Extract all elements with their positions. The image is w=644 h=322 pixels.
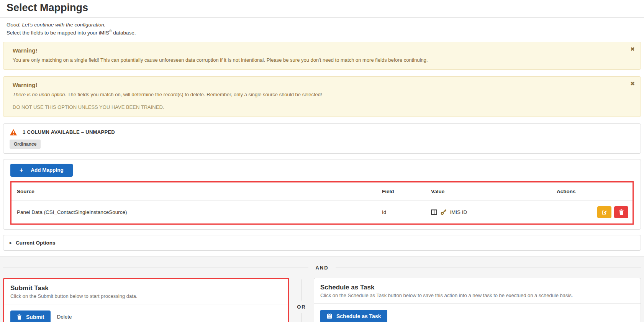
task-section: AND Submit Task Click on the Submit butt… <box>0 256 644 322</box>
submit-task-title: Submit Task <box>10 284 282 292</box>
edit-pencil-icon <box>601 209 607 215</box>
intro-text: Good. Let's continue with the configurat… <box>7 21 637 37</box>
calendar-icon <box>327 313 332 319</box>
mappings-panel: + Add Mapping Source Field Value Actions… <box>3 159 641 230</box>
mappings-table: Source Field Value Actions Panel Data (C… <box>11 182 633 223</box>
intro-line-1: Good. Let's continue with the configurat… <box>7 21 637 29</box>
warning-title: Warning! <box>13 82 625 88</box>
schedule-task-card: Schedule as Task Click on the Schedule a… <box>314 278 641 322</box>
table-header-row: Source Field Value Actions <box>11 182 633 201</box>
add-mapping-button[interactable]: + Add Mapping <box>10 164 73 177</box>
warning-title: Warning! <box>13 47 625 54</box>
schedule-task-description: Click on the Schedule as Task button bel… <box>320 292 634 298</box>
unmapped-count-label: 1 COLUMN AVAILABLE – UNMAPPED <box>23 129 115 135</box>
delete-mapping-button[interactable] <box>614 206 628 218</box>
cell-source: Panel Data (CSI_ContactSingleInstanceSou… <box>11 200 377 223</box>
cell-field: Id <box>377 200 426 223</box>
column-header-actions: Actions <box>551 182 633 201</box>
action-type-label: Delete <box>57 314 72 320</box>
plus-icon: + <box>20 167 23 173</box>
close-icon[interactable]: ✖ <box>630 81 635 86</box>
caret-right-icon: ▸ <box>10 240 12 245</box>
current-options-toggle[interactable]: ▸ Current Options <box>3 235 641 251</box>
mappings-table-highlight: Source Field Value Actions Panel Data (C… <box>10 181 634 225</box>
close-icon[interactable]: ✖ <box>630 46 635 52</box>
edit-mapping-button[interactable] <box>597 206 611 218</box>
cell-actions <box>551 200 633 223</box>
warning-text: You are only matching on a single field!… <box>13 57 625 64</box>
submit-button[interactable]: Submit <box>10 310 51 322</box>
value-label: iMIS ID <box>450 209 467 215</box>
table-row: Panel Data (CSI_ContactSingleInstanceSou… <box>11 200 633 223</box>
registered-mark: ® <box>109 29 112 33</box>
column-header-value: Value <box>426 182 551 201</box>
or-divider: OR <box>289 278 314 322</box>
cell-value: iMIS ID <box>426 200 551 223</box>
alert-triangle-icon <box>10 129 17 136</box>
unmapped-columns-panel: 1 COLUMN AVAILABLE – UNMAPPED Ordinance <box>3 123 641 154</box>
warning-alert-single-field: ✖ Warning! You are only matching on a si… <box>3 42 641 70</box>
current-options-label: Current Options <box>16 240 56 246</box>
column-header-field: Field <box>377 182 426 201</box>
column-header-source: Source <box>11 182 377 201</box>
submit-task-card: Submit Task Click on the Submit button b… <box>3 278 289 322</box>
page-title: Select Mappings <box>0 0 644 18</box>
warning-text-trained: DO NOT USE THIS OPTION UNLESS YOU HAVE B… <box>13 104 625 111</box>
schedule-task-title: Schedule as Task <box>320 284 634 291</box>
unmapped-header: 1 COLUMN AVAILABLE – UNMAPPED <box>10 129 634 136</box>
trash-icon <box>17 314 22 320</box>
unmapped-column-chip[interactable]: Ordinance <box>10 140 41 149</box>
columns-icon <box>431 209 437 215</box>
schedule-as-task-button[interactable]: Schedule as Task <box>320 310 387 322</box>
submit-task-description: Click on the Submit button below to star… <box>10 293 282 299</box>
and-divider: AND <box>3 256 641 278</box>
warning-alert-no-undo: ✖ Warning! There is no undo option. The … <box>3 76 641 117</box>
warning-text: There is no undo option. The fields you … <box>13 91 625 99</box>
trash-icon <box>619 209 624 215</box>
intro-line-2: Select the fields to be mapped into your… <box>7 29 637 37</box>
key-icon <box>441 209 447 215</box>
